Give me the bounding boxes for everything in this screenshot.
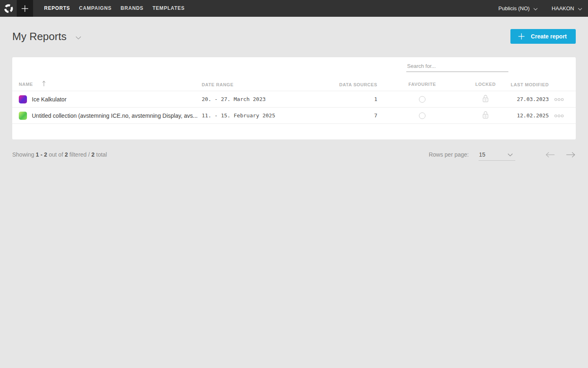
nav-item-reports[interactable]: REPORTS	[40, 0, 75, 17]
nav-item-campaigns[interactable]: CAMPAIGNS	[75, 0, 116, 17]
top-navigation-bar: REPORTS CAMPAIGNS BRANDS TEMPLATES Publi…	[0, 0, 588, 17]
column-header-last-modified[interactable]: Last modified	[511, 82, 549, 87]
app-logo[interactable]	[0, 0, 17, 17]
search-input[interactable]	[406, 60, 508, 72]
report-last-modified: 12.02.2025	[504, 112, 549, 119]
chevron-down-icon	[578, 6, 582, 12]
chevron-down-icon[interactable]	[76, 34, 81, 41]
previous-page-button[interactable]	[545, 152, 555, 158]
report-thumbnail-icon	[19, 112, 27, 120]
lock-icon[interactable]	[482, 94, 489, 104]
nav-item-templates[interactable]: TEMPLATES	[148, 0, 189, 17]
nav-right-group: Publicis (NO) HAAKON	[499, 5, 588, 12]
rows-per-page-value: 15	[479, 151, 486, 158]
report-data-sources-count: 1	[328, 96, 377, 102]
showing-range: 1 - 2	[36, 151, 47, 158]
lock-icon[interactable]	[482, 111, 489, 121]
user-menu[interactable]: HAAKON	[552, 5, 582, 12]
workspace-label: Publicis (NO)	[499, 5, 530, 11]
page-title-group[interactable]: My Reports	[12, 30, 81, 43]
search-field-wrap	[406, 60, 508, 72]
total-count: 2	[91, 151, 95, 158]
report-name[interactable]: Ice Kalkulator	[32, 96, 67, 103]
reports-table-card: Name Date range Data sources Favourite L…	[12, 57, 576, 139]
chevron-down-icon	[508, 151, 513, 158]
next-page-button[interactable]	[566, 152, 576, 158]
filtered-count: 2	[65, 151, 68, 158]
sort-ascending-icon	[42, 81, 46, 88]
pagination	[545, 152, 576, 158]
report-last-modified: 27.03.2023	[504, 96, 549, 102]
row-menu-icon[interactable]	[554, 96, 564, 103]
page-title: My Reports	[12, 30, 67, 43]
column-header-favourite[interactable]: Favourite	[408, 82, 436, 87]
chevron-down-icon	[533, 6, 538, 12]
column-header-locked[interactable]: Locked	[475, 82, 496, 87]
column-header-date-range[interactable]: Date range	[202, 82, 234, 87]
main-nav-links: REPORTS CAMPAIGNS BRANDS TEMPLATES	[40, 0, 189, 17]
footer-controls: Rows per page: 15	[429, 148, 576, 161]
create-report-button[interactable]: Create report	[510, 29, 576, 44]
favourite-toggle[interactable]	[419, 96, 425, 103]
out-of-label: out of	[49, 151, 63, 158]
plus-icon	[518, 33, 525, 40]
app-logo-icon	[4, 4, 13, 13]
table-footer: Showing 1 - 2 out of 2 filtered / 2 tota…	[12, 148, 576, 161]
plus-icon	[21, 4, 29, 13]
column-header-name-label: Name	[19, 82, 33, 87]
nav-item-brands[interactable]: BRANDS	[116, 0, 148, 17]
report-data-sources-count: 7	[328, 112, 377, 119]
table-row[interactable]: Ice Kalkulator 20. - 27. March 2023 1 27…	[12, 91, 576, 107]
report-thumbnail-icon	[19, 95, 27, 103]
empty-filler-row	[12, 123, 576, 139]
table-body: Ice Kalkulator 20. - 27. March 2023 1 27…	[12, 91, 576, 139]
rows-per-page-label: Rows per page:	[429, 151, 469, 158]
column-header-name[interactable]: Name	[19, 81, 202, 88]
user-label: HAAKON	[552, 5, 574, 11]
table-header-row: Name Date range Data sources Favourite L…	[12, 78, 576, 91]
showing-label: Showing	[12, 151, 34, 158]
table-row[interactable]: Untitled collection (avstemning ICE.no, …	[12, 107, 576, 123]
total-label: total	[96, 151, 107, 158]
row-menu-icon[interactable]	[554, 112, 564, 119]
add-button[interactable]	[17, 0, 33, 17]
column-header-data-sources[interactable]: Data sources	[339, 82, 377, 87]
favourite-toggle[interactable]	[419, 112, 425, 119]
page-header: My Reports Create report	[12, 29, 576, 44]
report-date-range: 20. - 27. March 2023	[202, 96, 328, 102]
results-summary: Showing 1 - 2 out of 2 filtered / 2 tota…	[12, 151, 107, 158]
rows-per-page-select[interactable]: 15	[479, 148, 515, 161]
report-name[interactable]: Untitled collection (avstemning ICE.no, …	[32, 112, 198, 119]
workspace-selector[interactable]: Publicis (NO)	[499, 5, 538, 12]
filtered-label: filtered /	[69, 151, 90, 158]
create-report-label: Create report	[531, 33, 567, 40]
report-date-range: 11. - 15. February 2025	[202, 112, 328, 119]
